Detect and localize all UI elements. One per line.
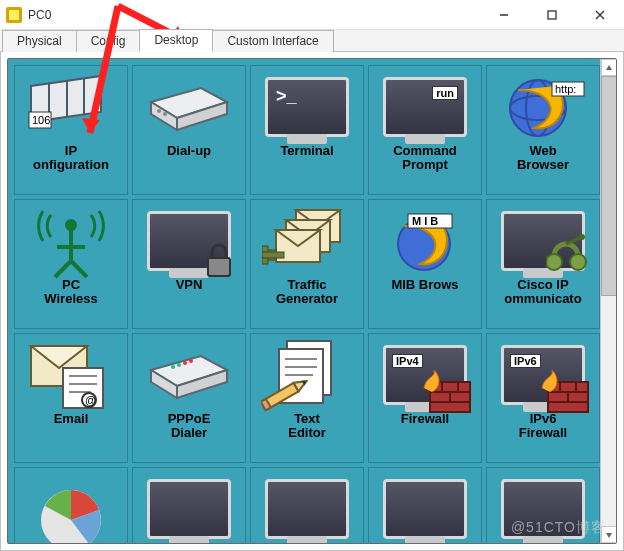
maximize-button[interactable] xyxy=(528,0,576,30)
app-partial-2[interactable] xyxy=(132,467,246,544)
cisco-ip-communicator-icon xyxy=(495,204,591,278)
tab-desktop[interactable]: Desktop xyxy=(139,29,213,52)
app-label: Terminal xyxy=(248,144,367,158)
svg-text:@: @ xyxy=(85,394,96,406)
svg-point-37 xyxy=(546,254,562,270)
text-editor-icon xyxy=(259,338,355,412)
app-terminal[interactable]: >_ Terminal xyxy=(250,65,364,195)
ip-configuration-icon: 106 xyxy=(23,70,119,144)
app-label: Command Prompt xyxy=(366,144,485,173)
scroll-up-arrow-icon[interactable] xyxy=(601,59,617,76)
app-vpn[interactable]: VPN xyxy=(132,199,246,329)
svg-text:http:: http: xyxy=(555,83,576,95)
svg-rect-33 xyxy=(262,252,284,258)
pie-chart-icon xyxy=(23,472,119,544)
command-prompt-icon: run xyxy=(377,70,473,144)
firewall-icon: IPv4 xyxy=(377,338,473,412)
app-traffic-generator[interactable]: Traffic Generator xyxy=(250,199,364,329)
content-area: 106 IP onfiguration Dial-up xyxy=(0,52,624,551)
app-partial-4[interactable] xyxy=(368,467,482,544)
app-partial-3[interactable] xyxy=(250,467,364,544)
svg-point-52 xyxy=(171,365,175,369)
mib-browser-icon: M I B xyxy=(377,204,473,278)
svg-line-22 xyxy=(71,261,87,277)
svg-rect-24 xyxy=(208,258,230,276)
svg-rect-1 xyxy=(548,11,556,19)
traffic-generator-icon xyxy=(259,204,355,278)
app-label: Email xyxy=(12,412,131,426)
app-label: Text Editor xyxy=(248,412,367,441)
tab-physical[interactable]: Physical xyxy=(2,30,77,52)
svg-line-21 xyxy=(55,261,71,277)
app-label: PPPoE Dialer xyxy=(130,412,249,441)
app-label: Web Browser xyxy=(484,144,603,173)
app-mib-browser[interactable]: M I B MIB Brows xyxy=(368,199,482,329)
svg-point-55 xyxy=(189,359,193,363)
close-button[interactable] xyxy=(576,0,624,30)
app-firewall[interactable]: IPv4 Firewall xyxy=(368,333,482,463)
app-label: VPN xyxy=(130,278,249,292)
web-browser-icon: http: xyxy=(495,70,591,144)
svg-text:M I B: M I B xyxy=(412,215,438,227)
svg-point-12 xyxy=(157,109,161,113)
app-label: Firewall xyxy=(366,412,485,426)
titlebar: PC0 xyxy=(0,0,624,30)
svg-marker-78 xyxy=(606,65,612,70)
email-icon: @ xyxy=(23,338,119,412)
tab-custom-interface[interactable]: Custom Interface xyxy=(212,30,333,52)
window-controls xyxy=(480,0,624,30)
vertical-scrollbar[interactable] xyxy=(600,59,617,543)
minimize-button[interactable] xyxy=(480,0,528,30)
app-web-browser[interactable]: http: Web Browser xyxy=(486,65,600,195)
app-pppoe-dialer[interactable]: PPPoE Dialer xyxy=(132,333,246,463)
svg-line-39 xyxy=(566,238,580,244)
app-cisco-ip-communicator[interactable]: Cisco IP ommunicato xyxy=(486,199,600,329)
app-label: Traffic Generator xyxy=(248,278,367,307)
app-label: IP onfiguration xyxy=(12,144,131,173)
cmd-run-tag: run xyxy=(432,86,458,100)
ipv6-firewall-icon: IPv6 xyxy=(495,338,591,412)
desktop-panel: 106 IP onfiguration Dial-up xyxy=(7,58,617,544)
app-ipv6-firewall[interactable]: IPv6 IPv6 Firewall xyxy=(486,333,600,463)
app-label: Cisco IP ommunicato xyxy=(484,278,603,307)
scroll-thumb[interactable] xyxy=(601,76,617,296)
app-pc-wireless[interactable]: PC Wireless xyxy=(14,199,128,329)
svg-marker-79 xyxy=(606,533,612,538)
tabs-bar: Physical Config Desktop Custom Interface xyxy=(0,30,624,52)
app-partial-1[interactable] xyxy=(14,467,128,544)
svg-point-40 xyxy=(579,234,585,240)
dial-up-icon xyxy=(141,70,237,144)
svg-point-53 xyxy=(177,363,181,367)
window-title: PC0 xyxy=(28,8,51,22)
svg-point-38 xyxy=(570,254,586,270)
ip-overlay-text: 106 xyxy=(32,114,50,126)
app-grid: 106 IP onfiguration Dial-up xyxy=(14,65,592,544)
partial-icon xyxy=(377,472,473,544)
pppoe-dialer-icon xyxy=(141,338,237,412)
svg-point-54 xyxy=(183,361,187,365)
app-icon xyxy=(6,7,22,23)
app-ip-configuration[interactable]: 106 IP onfiguration xyxy=(14,65,128,195)
partial-icon xyxy=(259,472,355,544)
close-icon xyxy=(595,10,605,20)
minimize-icon xyxy=(499,10,509,20)
vpn-icon xyxy=(141,204,237,278)
app-label: MIB Brows xyxy=(366,278,485,292)
pc-wireless-icon xyxy=(23,204,119,278)
app-label: Dial-up xyxy=(130,144,249,158)
app-label: IPv6 Firewall xyxy=(484,412,603,441)
app-email[interactable]: @ Email xyxy=(14,333,128,463)
maximize-icon xyxy=(547,10,557,20)
svg-point-13 xyxy=(163,112,167,116)
app-label: PC Wireless xyxy=(12,278,131,307)
partial-icon xyxy=(141,472,237,544)
app-dial-up[interactable]: Dial-up xyxy=(132,65,246,195)
watermark: @51CTO博客 xyxy=(511,519,606,537)
app-command-prompt[interactable]: run Command Prompt xyxy=(368,65,482,195)
tab-config[interactable]: Config xyxy=(76,30,141,52)
terminal-icon: >_ xyxy=(259,70,355,144)
app-text-editor[interactable]: Text Editor xyxy=(250,333,364,463)
